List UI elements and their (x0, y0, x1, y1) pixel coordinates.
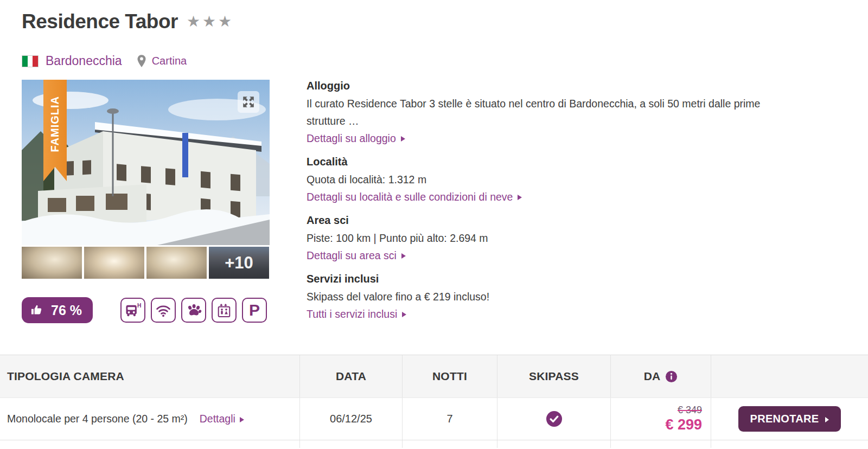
parking-letter: P (249, 302, 260, 318)
section-title: Area sci (307, 211, 846, 229)
photo-thumbnails: +10 (22, 247, 270, 279)
next-table-row-partial (0, 440, 868, 448)
map-link-label: Cartina (152, 55, 187, 67)
section-body: Skipass del valore fino a € 219 incluso! (307, 288, 846, 305)
header-da: DA (611, 355, 711, 397)
info-icon[interactable] (665, 370, 678, 383)
offers-table: TIPOLOGIA CAMERA DATA NOTTI SKIPASS DA M… (0, 355, 868, 448)
nights-cell: 7 (403, 398, 497, 440)
family-ribbon-label: FAMIGLIA (49, 96, 61, 152)
table-row: Monolocale per 4 persone (20 - 25 m²) De… (0, 398, 868, 440)
section-title: Località (307, 153, 846, 171)
alloggio-details-link[interactable]: Dettagli su alloggio (307, 130, 405, 147)
section-area-sci: Area sci Piste: 100 km | Punto più alto:… (307, 211, 846, 264)
thumbnail-bedroom[interactable] (22, 247, 82, 279)
hotel-shuttle-icon: H (120, 298, 145, 323)
chevron-right-icon (401, 136, 405, 142)
thumbs-up-icon (30, 303, 45, 318)
header-skipass: SKIPASS (497, 355, 611, 397)
section-servizi-inclusi: Servizi inclusi Skipass del valore fino … (307, 270, 846, 323)
italy-flag-icon (22, 55, 39, 67)
prenotare-button[interactable]: PRENOTARE (738, 406, 841, 432)
date-cell: 06/12/25 (300, 398, 403, 440)
expand-photo-button[interactable] (238, 91, 259, 113)
chevron-right-icon (825, 417, 829, 422)
map-pin-icon (136, 54, 147, 68)
star-rating-icon: ★★★ (187, 12, 234, 30)
main-photo[interactable]: FAMIGLIA (22, 80, 270, 245)
chevron-right-icon (240, 417, 244, 422)
section-body: Il curato Residence Tabor 3 stelle è sit… (307, 95, 846, 130)
amenities-row: H (120, 298, 267, 323)
elevator-icon (212, 298, 237, 323)
cta-cell: PRENOTARE (711, 398, 868, 440)
map-link[interactable]: Cartina (136, 54, 187, 68)
link-label: Dettagli su località e sulle condizioni … (307, 188, 513, 206)
header-actions (711, 355, 868, 397)
header-data: DATA (300, 355, 403, 397)
section-alloggio: Alloggio Il curato Residence Tabor 3 ste… (307, 77, 846, 147)
area-sci-details-link[interactable]: Dettagli su area sci (307, 247, 406, 264)
link-label: Tutti i servizi inclusi (307, 305, 397, 323)
room-name: Monolocale per 4 persone (20 - 25 m²) (7, 413, 188, 425)
thumbnail-living-room[interactable] (146, 247, 207, 279)
chevron-right-icon (518, 195, 522, 200)
page-header: Residence Tabor ★★★ (22, 11, 234, 33)
hotel-info-column: Alloggio Il curato Residence Tabor 3 ste… (307, 77, 846, 329)
rating-value: 76 % (51, 303, 82, 318)
header-notti: NOTTI (403, 355, 497, 397)
more-photos-overlay: +10 (209, 247, 269, 279)
room-details-link[interactable]: Dettagli (200, 413, 244, 425)
rating-badge: 76 % (22, 297, 93, 323)
localita-details-link[interactable]: Dettagli su località e sulle condizioni … (307, 188, 522, 206)
chevron-right-icon (401, 253, 406, 259)
family-ribbon: FAMIGLIA (43, 80, 67, 181)
thumbnail-kitchen[interactable] (84, 247, 144, 279)
parking-icon: P (242, 298, 267, 323)
old-price: € 349 (678, 405, 702, 416)
location-row: Bardonecchia Cartina (22, 54, 187, 68)
chevron-right-icon (402, 312, 406, 317)
header-da-label: DA (644, 370, 661, 383)
location-link[interactable]: Bardonecchia (46, 54, 122, 68)
wifi-icon (151, 298, 176, 323)
skipass-cell (497, 398, 611, 440)
skipass-included-check-icon (546, 410, 563, 427)
link-label: Dettagli su alloggio (307, 130, 396, 147)
link-label: Dettagli su area sci (307, 247, 397, 264)
current-price: € 299 (665, 416, 702, 433)
prenotare-label: PRENOTARE (750, 413, 819, 425)
thumbnail-more-photos[interactable]: +10 (209, 247, 269, 279)
room-cell: Monolocale per 4 persone (20 - 25 m²) De… (0, 398, 300, 440)
section-title: Alloggio (307, 77, 846, 95)
pets-allowed-icon (181, 298, 206, 323)
servizi-inclusi-link[interactable]: Tutti i servizi inclusi (307, 305, 406, 323)
link-label: Dettagli (200, 413, 235, 425)
table-header-row: TIPOLOGIA CAMERA DATA NOTTI SKIPASS DA (0, 355, 868, 398)
section-body: Quota di località: 1.312 m (307, 171, 846, 188)
price-cell: € 349 € 299 (611, 398, 711, 440)
section-body: Piste: 100 km | Punto più alto: 2.694 m (307, 229, 846, 247)
section-title: Servizi inclusi (307, 270, 846, 288)
expand-arrows-icon (241, 94, 256, 110)
svg-text:H: H (137, 303, 141, 309)
page-title: Residence Tabor (22, 11, 178, 33)
header-tipologia-camera: TIPOLOGIA CAMERA (0, 355, 300, 397)
section-localita: Località Quota di località: 1.312 m Dett… (307, 153, 846, 206)
